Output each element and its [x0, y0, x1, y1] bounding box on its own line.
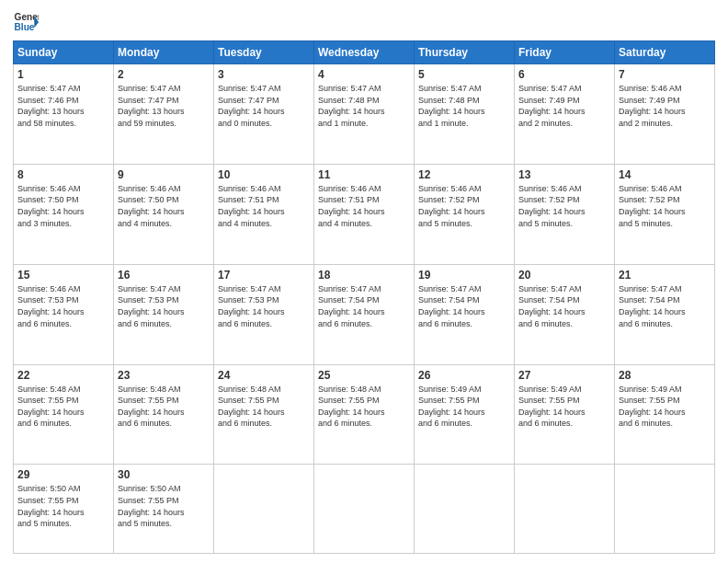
calendar-cell: [615, 465, 715, 554]
day-info: Sunrise: 5:47 AM Sunset: 7:53 PM Dayligh…: [218, 283, 310, 329]
calendar-cell: 23Sunrise: 5:48 AM Sunset: 7:55 PM Dayli…: [114, 364, 214, 465]
day-number: 26: [418, 369, 510, 382]
day-info: Sunrise: 5:46 AM Sunset: 7:53 PM Dayligh…: [17, 283, 109, 329]
day-info: Sunrise: 5:47 AM Sunset: 7:53 PM Dayligh…: [118, 283, 210, 329]
day-info: Sunrise: 5:49 AM Sunset: 7:55 PM Dayligh…: [518, 384, 610, 430]
day-info: Sunrise: 5:47 AM Sunset: 7:54 PM Dayligh…: [418, 283, 510, 329]
weekday-header: Sunday: [14, 41, 114, 64]
day-number: 13: [518, 168, 610, 181]
weekday-header: Monday: [114, 41, 214, 64]
day-number: 23: [118, 369, 210, 382]
day-number: 24: [218, 369, 310, 382]
day-info: Sunrise: 5:47 AM Sunset: 7:54 PM Dayligh…: [318, 283, 410, 329]
calendar-cell: 26Sunrise: 5:49 AM Sunset: 7:55 PM Dayli…: [415, 364, 515, 465]
day-info: Sunrise: 5:46 AM Sunset: 7:52 PM Dayligh…: [518, 183, 610, 229]
day-number: 15: [17, 269, 109, 282]
weekday-header: Wednesday: [314, 41, 415, 64]
calendar-cell: 28Sunrise: 5:49 AM Sunset: 7:55 PM Dayli…: [615, 364, 715, 465]
calendar-cell: 11Sunrise: 5:46 AM Sunset: 7:51 PM Dayli…: [314, 164, 415, 264]
day-info: Sunrise: 5:46 AM Sunset: 7:49 PM Dayligh…: [619, 83, 711, 129]
day-number: 10: [218, 168, 310, 181]
calendar-cell: 14Sunrise: 5:46 AM Sunset: 7:52 PM Dayli…: [615, 164, 715, 264]
day-number: 18: [318, 269, 410, 282]
day-info: Sunrise: 5:47 AM Sunset: 7:48 PM Dayligh…: [418, 83, 510, 129]
calendar-cell: 21Sunrise: 5:47 AM Sunset: 7:54 PM Dayli…: [615, 264, 715, 364]
calendar-cell: 7Sunrise: 5:46 AM Sunset: 7:49 PM Daylig…: [615, 64, 715, 165]
weekday-header: Thursday: [415, 41, 515, 64]
calendar-cell: 30Sunrise: 5:50 AM Sunset: 7:55 PM Dayli…: [114, 465, 214, 554]
calendar-cell: 27Sunrise: 5:49 AM Sunset: 7:55 PM Dayli…: [515, 364, 615, 465]
day-number: 7: [619, 68, 711, 81]
day-number: 27: [518, 369, 610, 382]
calendar-cell: 12Sunrise: 5:46 AM Sunset: 7:52 PM Dayli…: [415, 164, 515, 264]
day-info: Sunrise: 5:48 AM Sunset: 7:55 PM Dayligh…: [118, 384, 210, 430]
day-info: Sunrise: 5:47 AM Sunset: 7:47 PM Dayligh…: [118, 83, 210, 129]
day-number: 25: [318, 369, 410, 382]
day-number: 8: [17, 168, 109, 181]
calendar-cell: 19Sunrise: 5:47 AM Sunset: 7:54 PM Dayli…: [415, 264, 515, 364]
page: General Blue SundayMondayTuesdayWednesda…: [0, 0, 728, 563]
day-number: 1: [17, 68, 109, 81]
calendar-cell: 24Sunrise: 5:48 AM Sunset: 7:55 PM Dayli…: [214, 364, 314, 465]
day-info: Sunrise: 5:47 AM Sunset: 7:46 PM Dayligh…: [17, 83, 109, 129]
day-number: 30: [118, 468, 210, 481]
calendar-cell: 20Sunrise: 5:47 AM Sunset: 7:54 PM Dayli…: [515, 264, 615, 364]
svg-text:Blue: Blue: [15, 22, 35, 32]
day-info: Sunrise: 5:46 AM Sunset: 7:51 PM Dayligh…: [318, 183, 410, 229]
calendar-table: SundayMondayTuesdayWednesdayThursdayFrid…: [13, 40, 715, 554]
day-info: Sunrise: 5:49 AM Sunset: 7:55 PM Dayligh…: [619, 384, 711, 430]
day-info: Sunrise: 5:49 AM Sunset: 7:55 PM Dayligh…: [418, 384, 510, 430]
day-number: 21: [619, 269, 711, 282]
calendar-cell: [214, 465, 314, 554]
header: General Blue: [13, 9, 715, 35]
day-info: Sunrise: 5:46 AM Sunset: 7:50 PM Dayligh…: [17, 183, 109, 229]
calendar-cell: 9Sunrise: 5:46 AM Sunset: 7:50 PM Daylig…: [114, 164, 214, 264]
calendar-cell: 2Sunrise: 5:47 AM Sunset: 7:47 PM Daylig…: [114, 64, 214, 165]
calendar-cell: 1Sunrise: 5:47 AM Sunset: 7:46 PM Daylig…: [14, 64, 114, 165]
day-number: 29: [17, 468, 109, 481]
calendar-cell: [314, 465, 415, 554]
day-info: Sunrise: 5:48 AM Sunset: 7:55 PM Dayligh…: [318, 384, 410, 430]
day-info: Sunrise: 5:50 AM Sunset: 7:55 PM Dayligh…: [17, 483, 109, 529]
calendar-cell: 16Sunrise: 5:47 AM Sunset: 7:53 PM Dayli…: [114, 264, 214, 364]
calendar-cell: 17Sunrise: 5:47 AM Sunset: 7:53 PM Dayli…: [214, 264, 314, 364]
weekday-header: Friday: [515, 41, 615, 64]
day-number: 5: [418, 68, 510, 81]
day-info: Sunrise: 5:47 AM Sunset: 7:49 PM Dayligh…: [518, 83, 610, 129]
day-number: 2: [118, 68, 210, 81]
day-info: Sunrise: 5:46 AM Sunset: 7:51 PM Dayligh…: [218, 183, 310, 229]
day-info: Sunrise: 5:48 AM Sunset: 7:55 PM Dayligh…: [17, 384, 109, 430]
day-info: Sunrise: 5:50 AM Sunset: 7:55 PM Dayligh…: [118, 483, 210, 529]
calendar-cell: 13Sunrise: 5:46 AM Sunset: 7:52 PM Dayli…: [515, 164, 615, 264]
weekday-header: Tuesday: [214, 41, 314, 64]
calendar-cell: 25Sunrise: 5:48 AM Sunset: 7:55 PM Dayli…: [314, 364, 415, 465]
calendar-cell: [415, 465, 515, 554]
calendar-cell: 4Sunrise: 5:47 AM Sunset: 7:48 PM Daylig…: [314, 64, 415, 165]
day-info: Sunrise: 5:46 AM Sunset: 7:52 PM Dayligh…: [418, 183, 510, 229]
day-number: 28: [619, 369, 711, 382]
day-number: 9: [118, 168, 210, 181]
day-number: 11: [318, 168, 410, 181]
calendar-cell: 29Sunrise: 5:50 AM Sunset: 7:55 PM Dayli…: [14, 465, 114, 554]
day-number: 16: [118, 269, 210, 282]
day-number: 4: [318, 68, 410, 81]
calendar-cell: 8Sunrise: 5:46 AM Sunset: 7:50 PM Daylig…: [14, 164, 114, 264]
day-number: 6: [518, 68, 610, 81]
day-info: Sunrise: 5:48 AM Sunset: 7:55 PM Dayligh…: [218, 384, 310, 430]
day-number: 17: [218, 269, 310, 282]
day-info: Sunrise: 5:46 AM Sunset: 7:52 PM Dayligh…: [619, 183, 711, 229]
weekday-header: Saturday: [615, 41, 715, 64]
calendar-cell: 10Sunrise: 5:46 AM Sunset: 7:51 PM Dayli…: [214, 164, 314, 264]
day-info: Sunrise: 5:47 AM Sunset: 7:47 PM Dayligh…: [218, 83, 310, 129]
calendar-cell: 22Sunrise: 5:48 AM Sunset: 7:55 PM Dayli…: [14, 364, 114, 465]
logo-icon: General Blue: [13, 9, 39, 35]
day-number: 22: [17, 369, 109, 382]
calendar-cell: 5Sunrise: 5:47 AM Sunset: 7:48 PM Daylig…: [415, 64, 515, 165]
day-number: 3: [218, 68, 310, 81]
day-info: Sunrise: 5:47 AM Sunset: 7:54 PM Dayligh…: [518, 283, 610, 329]
day-info: Sunrise: 5:46 AM Sunset: 7:50 PM Dayligh…: [118, 183, 210, 229]
calendar-cell: [515, 465, 615, 554]
day-info: Sunrise: 5:47 AM Sunset: 7:54 PM Dayligh…: [619, 283, 711, 329]
day-number: 19: [418, 269, 510, 282]
day-info: Sunrise: 5:47 AM Sunset: 7:48 PM Dayligh…: [318, 83, 410, 129]
